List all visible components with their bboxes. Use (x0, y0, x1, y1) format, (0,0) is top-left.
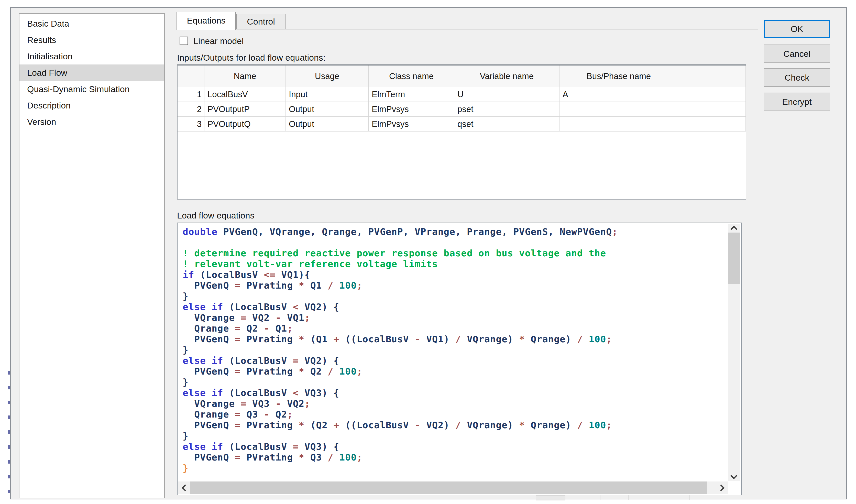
code-line: else if (LocalBusV = VQ2) { (183, 355, 726, 366)
chevron-down-icon (730, 472, 737, 479)
table-cell[interactable]: qset (454, 117, 559, 131)
table-cell[interactable]: 2 (178, 102, 204, 117)
code-line: } (183, 431, 726, 441)
table-cell[interactable] (678, 102, 746, 117)
scroll-right-button[interactable] (716, 482, 728, 494)
table-cell[interactable]: Output (286, 102, 369, 117)
equations-editor[interactable]: double PVGenQ, VQrange, Qrange, PVGenP, … (177, 222, 742, 495)
sidebar-item-initialisation[interactable]: Initialisation (19, 48, 164, 65)
background-window-fragment (600, 495, 601, 500)
table-cell[interactable]: ElmPvsys (369, 117, 454, 131)
column-header-class-name: Class name (369, 66, 454, 87)
encrypt-button[interactable]: Encrypt (764, 93, 830, 111)
cancel-button[interactable]: Cancel (764, 44, 830, 63)
tab-strip-divider (177, 29, 758, 30)
code-line: if (LocalBusV <= VQ1){ (183, 269, 726, 280)
sidebar-item-quasi-dynamic-simulation[interactable]: Quasi-Dynamic Simulation (19, 81, 164, 97)
table-row: 2PVOutputPOutputElmPvsyspset (178, 102, 746, 117)
code-line: PVGenQ = PVrating * Q3 / 100; (183, 452, 726, 463)
element-dialog: Basic DataResultsInitialisationLoad Flow… (10, 7, 847, 499)
code-line: Qrange = Q2 - Q1; (183, 323, 726, 334)
table-cell[interactable]: 3 (178, 117, 204, 131)
code-line: PVGenQ = PVrating * Q2 / 100; (183, 366, 726, 377)
code-line: VQrange = VQ2 - VQ1; (183, 312, 726, 323)
table-header-row: NameUsageClass nameVariable nameBus/Phas… (178, 66, 746, 87)
page-list: Basic DataResultsInitialisationLoad Flow… (19, 13, 165, 498)
sidebar-item-load-flow[interactable]: Load Flow (19, 65, 164, 81)
horizontal-scrollbar-thumb[interactable] (190, 482, 707, 494)
table-cell[interactable] (559, 117, 678, 131)
table-cell[interactable]: 1 (178, 87, 204, 102)
table-cell[interactable]: Input (286, 87, 369, 102)
background-window-fragment (628, 495, 628, 500)
chevron-right-icon (718, 484, 725, 491)
chevron-left-icon (182, 484, 189, 491)
chevron-up-icon (730, 226, 737, 233)
tab-control[interactable]: Control (236, 14, 286, 29)
table-cell[interactable]: LocalBusV (204, 87, 286, 102)
linear-model-label: Linear model (193, 36, 244, 46)
code-line: } (183, 377, 726, 388)
table-cell[interactable] (559, 102, 678, 117)
table-cell[interactable]: U (454, 87, 559, 102)
code-line (183, 237, 726, 248)
vertical-scrollbar-thumb[interactable] (728, 233, 740, 284)
code-line: PVGenQ = PVrating * (Q1 + ((LocalBusV - … (183, 334, 726, 345)
scroll-left-button[interactable] (178, 482, 190, 494)
table-row: 1LocalBusVInputElmTermUA (178, 87, 746, 102)
horizontal-scrollbar[interactable] (178, 482, 728, 494)
table-cell[interactable]: Output (286, 117, 369, 131)
equations-code[interactable]: double PVGenQ, VQrange, Qrange, PVGenP, … (183, 227, 726, 481)
code-line: ! relevant volt-var reference voltage li… (183, 259, 726, 269)
background-window-fragment (536, 495, 720, 501)
table-cell[interactable] (678, 87, 746, 102)
table-row: 3PVOutputQOutputElmPvsysqset (178, 117, 746, 131)
io-table[interactable]: NameUsageClass nameVariable nameBus/Phas… (177, 65, 746, 200)
code-line: PVGenQ = PVrating * Q1 / 100; (183, 280, 726, 291)
table-cell[interactable]: PVOutputQ (204, 117, 286, 131)
column-header-empty (178, 66, 204, 87)
sidebar-item-basic-data[interactable]: Basic Data (19, 15, 164, 32)
sidebar-item-description[interactable]: Description (19, 97, 164, 113)
equations-label: Load flow equations (177, 211, 254, 220)
code-line: else if (LocalBusV = VQ3) { (183, 441, 726, 452)
code-line: } (183, 291, 726, 302)
sidebar-item-results[interactable]: Results (19, 32, 164, 48)
code-line: double PVGenQ, VQrange, Qrange, PVGenP, … (183, 227, 726, 237)
tab-equations[interactable]: Equations (177, 12, 236, 30)
background-window-fragment (8, 371, 10, 499)
table-cell[interactable]: PVOutputP (204, 102, 286, 117)
scroll-up-button[interactable] (728, 224, 740, 233)
background-window-fragment (536, 495, 565, 500)
code-line: else if (LocalBusV < VQ2) { (183, 302, 726, 312)
sidebar-item-version[interactable]: Version (19, 113, 164, 130)
column-header-usage: Usage (286, 66, 369, 87)
code-line: } (183, 345, 726, 355)
column-header-variable-name: Variable name (454, 66, 559, 87)
code-line: } (183, 463, 726, 473)
code-line: Qrange = Q3 - Q2; (183, 409, 726, 420)
background-window-fragment (690, 495, 690, 500)
ok-button[interactable]: OK (764, 20, 830, 38)
table-cell[interactable]: A (559, 87, 678, 102)
check-button[interactable]: Check (764, 68, 830, 87)
table-cell[interactable]: pset (454, 102, 559, 117)
scroll-down-button[interactable] (728, 472, 740, 481)
io-table-label: Inputs/Outputs for load flow equations: (177, 53, 325, 63)
vertical-scrollbar[interactable] (728, 224, 740, 481)
code-line: else if (LocalBusV < VQ3) { (183, 388, 726, 398)
linear-model-checkbox[interactable] (180, 37, 188, 45)
column-header-bus-phase-name: Bus/Phase name (559, 66, 678, 87)
column-header-name: Name (204, 66, 286, 87)
code-line: VQrange = VQ3 - VQ2; (183, 398, 726, 409)
table-cell[interactable]: ElmTerm (369, 87, 454, 102)
column-header-empty (678, 66, 746, 87)
table-cell[interactable] (678, 117, 746, 131)
table-cell[interactable]: ElmPvsys (369, 102, 454, 117)
code-line: PVGenQ = PVrating * (Q2 + ((LocalBusV - … (183, 420, 726, 431)
code-line: ! determine required reactive power resp… (183, 248, 726, 259)
